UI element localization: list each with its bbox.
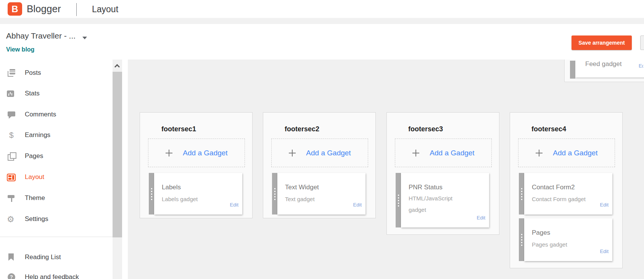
sidebar-item-reading-list[interactable]: Reading List — [0, 252, 113, 263]
edit-link[interactable]: Edit — [639, 63, 643, 69]
drag-handle[interactable] — [519, 173, 524, 214]
add-gadget-label: Add a Gadget — [430, 149, 474, 157]
sidebar-item-label: Comments — [25, 111, 56, 118]
gear-icon: ⚙ — [7, 214, 17, 224]
gadget-title: Pages — [532, 229, 550, 237]
layout-editor-canvas: Feed gadget Edit footersec1 Add a Gadget… — [128, 60, 644, 279]
gadget-card[interactable]: Contact Form2 Contact Form gadget Edit — [519, 173, 612, 214]
feed-section-box: Feed gadget Edit — [564, 60, 644, 82]
drag-handle[interactable] — [396, 173, 401, 227]
edit-link[interactable]: Edit — [230, 202, 238, 208]
appbar-divider — [76, 3, 77, 16]
help-icon — [7, 273, 17, 279]
stats-icon — [7, 90, 14, 97]
section-footersec4: footersec4 Add a Gadget Contact Form2 Co… — [510, 112, 623, 268]
sidebar-item-label: Stats — [25, 90, 40, 97]
chevron-down-icon[interactable] — [82, 37, 87, 39]
add-gadget-label: Add a Gadget — [183, 149, 227, 157]
layout-icon — [7, 174, 16, 181]
sidebar-item-layout[interactable]: Layout — [0, 172, 113, 183]
section-footersec1: footersec1 Add a Gadget Labels Labels ga… — [140, 112, 253, 218]
sidebar-item-label: Reading List — [25, 253, 61, 261]
sidebar: Posts Stats Comments Earnings Pages Layo… — [0, 60, 113, 279]
plus-icon — [412, 149, 420, 157]
sidebar-item-label: Earnings — [25, 131, 50, 139]
gadget-title: Feed gadget — [585, 60, 621, 68]
plus-icon — [165, 149, 173, 157]
blogger-logo-icon[interactable]: B — [8, 2, 22, 16]
view-blog-link[interactable]: View blog — [6, 46, 34, 53]
section-footersec3: footersec3 Add a Gadget PNR Status HTML/… — [386, 112, 499, 235]
sidebar-item-label: Posts — [25, 69, 41, 77]
sidebar-item-help[interactable]: Help and feedback — [0, 272, 113, 279]
plus-icon — [288, 149, 296, 157]
gadget-card-body: Pages Pages gadget Edit — [524, 218, 612, 261]
sidebar-scrollbar[interactable] — [113, 60, 122, 279]
add-gadget-button[interactable]: Add a Gadget — [148, 139, 245, 167]
sidebar-item-label: Layout — [25, 173, 44, 181]
gadget-card-body: Text Widget Text gadget Edit — [277, 173, 365, 214]
preview-button-partial[interactable] — [640, 35, 644, 50]
edit-link[interactable]: Edit — [600, 248, 609, 254]
gadget-card[interactable]: Text Widget Text gadget Edit — [272, 173, 365, 214]
edit-link[interactable]: Edit — [600, 202, 609, 208]
edit-link[interactable]: Edit — [353, 202, 362, 208]
blog-selector[interactable]: Abhay Traveller - ... — [6, 31, 76, 40]
drag-handle[interactable] — [570, 61, 575, 79]
section-title: footersec3 — [408, 125, 443, 133]
plus-icon — [535, 149, 543, 157]
section-footersec2: footersec2 Add a Gadget Text Widget Text… — [263, 112, 376, 218]
page-title: Layout — [92, 4, 118, 15]
comments-icon — [7, 110, 17, 120]
toolbar: Abhay Traveller - ... View blog Save arr… — [0, 24, 644, 60]
sidebar-item-settings[interactable]: ⚙ Settings — [0, 214, 113, 225]
gadget-card-body: PNR Status HTML/JavaScript gadget Edit — [401, 173, 489, 227]
bookmark-icon — [7, 253, 17, 263]
sidebar-item-label: Theme — [25, 194, 45, 202]
gadget-title: Labels — [162, 184, 181, 191]
section-title: footersec1 — [161, 125, 196, 133]
gadget-subtitle: Pages gadget — [532, 241, 567, 248]
gadget-card[interactable]: PNR Status HTML/JavaScript gadget Edit — [396, 173, 489, 227]
sidebar-item-theme[interactable]: Theme — [0, 193, 113, 204]
section-title: footersec4 — [531, 125, 566, 133]
app-bar: B Blogger Layout — [0, 0, 644, 18]
add-gadget-button[interactable]: Add a Gadget — [271, 139, 368, 167]
sidebar-item-earnings[interactable]: Earnings — [0, 130, 113, 141]
dollar-icon — [7, 131, 17, 140]
pages-icon — [7, 152, 17, 161]
gadget-card[interactable]: Labels Labels gadget Edit — [149, 173, 242, 214]
drag-handle[interactable] — [149, 173, 154, 214]
sidebar-item-posts[interactable]: Posts — [0, 68, 113, 79]
gadget-card[interactable]: Pages Pages gadget Edit — [519, 218, 612, 261]
sidebar-item-label: Pages — [25, 152, 43, 160]
gadget-card-body: Contact Form2 Contact Form gadget Edit — [524, 173, 612, 214]
app-name: Blogger — [27, 3, 61, 15]
gadget-subtitle: Contact Form gadget — [532, 196, 586, 202]
gadget-title: Text Widget — [285, 184, 319, 191]
save-arrangement-button[interactable]: Save arrangement — [572, 35, 632, 50]
gadget-card[interactable]: Feed gadget Edit — [575, 60, 644, 77]
sidebar-item-comments[interactable]: Comments — [0, 110, 113, 120]
edit-link[interactable]: Edit — [477, 215, 485, 221]
sidebar-item-pages[interactable]: Pages — [0, 151, 113, 162]
drag-handle[interactable] — [272, 173, 277, 214]
add-gadget-button[interactable]: Add a Gadget — [395, 139, 492, 167]
add-gadget-label: Add a Gadget — [553, 149, 597, 157]
sidebar-item-stats[interactable]: Stats — [0, 89, 113, 99]
sidebar-item-label: Help and feedback — [25, 273, 79, 279]
gadget-subtitle: HTML/JavaScript gadget — [409, 193, 460, 216]
drag-handle[interactable] — [519, 218, 524, 261]
gadget-card-body: Labels Labels gadget Edit — [154, 173, 242, 214]
sidebar-item-label: Settings — [25, 215, 48, 223]
gadget-title: PNR Status — [409, 184, 443, 191]
scroll-up-arrow-icon[interactable] — [114, 64, 120, 69]
sidebar-divider — [0, 237, 113, 237]
section-title: footersec2 — [285, 125, 319, 133]
add-gadget-label: Add a Gadget — [306, 149, 351, 157]
gadget-title: Contact Form2 — [532, 184, 575, 191]
gadget-subtitle: Text gadget — [285, 196, 315, 202]
posts-icon — [7, 68, 17, 78]
add-gadget-button[interactable]: Add a Gadget — [518, 139, 615, 167]
scrollbar-thumb[interactable] — [113, 72, 122, 237]
